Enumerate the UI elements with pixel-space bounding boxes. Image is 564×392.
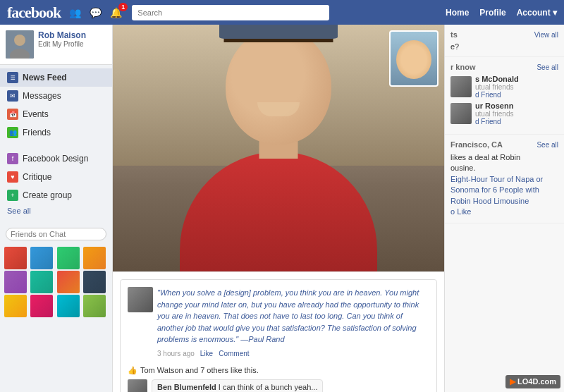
- notification-badge: 1: [118, 3, 128, 11]
- sidebar-nav: ≡ News Feed ✉ Messages 📅 Events 👥 Friend…: [0, 65, 112, 221]
- svg-point-1: [14, 35, 25, 46]
- right-section-title: Francisco, CA: [450, 140, 503, 149]
- see-all-groups[interactable]: See all: [0, 204, 112, 217]
- account-nav-link[interactable]: Account ▾: [517, 8, 557, 18]
- suggested-add[interactable]: d Friend: [475, 118, 513, 125]
- friend-thumb[interactable]: [57, 295, 80, 317]
- right-section-deals: Francisco, CA See all likes a deal at Ro…: [445, 135, 564, 223]
- chat-search-input[interactable]: [11, 230, 102, 238]
- friends-nav-icon[interactable]: 👥: [66, 6, 84, 20]
- search-bar[interactable]: [132, 5, 329, 20]
- post-likes: 👍 Tom Watson and 7 others like this.: [128, 366, 429, 375]
- sidebar-item-label: Events: [23, 109, 49, 119]
- likes-text: Tom Watson and 7 others like this.: [140, 366, 259, 374]
- sidebar-item-messages[interactable]: ✉ Messages: [0, 87, 112, 105]
- critique-icon: ♥: [7, 171, 18, 183]
- profile-edit-link[interactable]: Edit My Profile: [38, 40, 86, 48]
- right-section-header: ts View all: [450, 30, 558, 39]
- sidebar-item-critique[interactable]: ♥ Critique: [0, 168, 112, 186]
- avatar: [6, 30, 34, 59]
- post-quote: "When you solve a [design] problem, you …: [157, 287, 429, 345]
- suggested-name: s McDonald: [475, 75, 519, 83]
- inset-video-face: [396, 40, 431, 79]
- friend-thumb[interactable]: [4, 295, 27, 317]
- groups-title: [0, 142, 112, 149]
- home-nav-link[interactable]: Home: [446, 8, 469, 18]
- commenter-name: Ben Blumenfeld: [157, 383, 216, 391]
- sidebar-item-create-group[interactable]: + Create group: [0, 186, 112, 204]
- right-section-title: ts: [450, 30, 458, 39]
- suggested-mutual: utual friends: [475, 110, 513, 118]
- comment-link[interactable]: Comment: [219, 350, 249, 357]
- suggested-person: s McDonald utual friends d Friend: [450, 75, 558, 99]
- news-feed: "When you solve a [design] problem, you …: [113, 271, 444, 392]
- events-icon: 📅: [7, 109, 18, 120]
- sidebar-item-label: Create group: [23, 190, 72, 200]
- commenter-avatar: [128, 379, 147, 393]
- friend-thumb[interactable]: [30, 295, 53, 317]
- main-content: "When you solve a [design] problem, you …: [113, 25, 444, 392]
- comment-item: Ben Blumenfeld I can think of a bunch ye…: [128, 379, 429, 393]
- sidebar-item-label: Friends: [23, 128, 51, 137]
- right-section-header: Francisco, CA See all: [450, 140, 558, 149]
- nav-right-links: Home Profile Account ▾: [446, 8, 557, 18]
- comment-text: I can think of a bunch yeah...: [219, 383, 318, 391]
- messages-nav-icon[interactable]: 💬: [87, 6, 104, 20]
- right-section-header: r know See all: [450, 63, 558, 71]
- suggested-add[interactable]: d Friend: [475, 91, 519, 99]
- sidebar-item-label: Messages: [23, 91, 61, 101]
- chat-search[interactable]: [6, 228, 106, 240]
- friend-thumb[interactable]: [57, 247, 80, 269]
- sidebar-item-events[interactable]: 📅 Events: [0, 105, 112, 123]
- watermark-icon: ▶: [510, 377, 515, 386]
- profile-info: Rob Maison Edit My Profile: [38, 30, 86, 48]
- messages-icon: ✉: [7, 90, 18, 102]
- sidebar-item-friends[interactable]: 👥 Friends: [0, 123, 112, 142]
- post-card: "When you solve a [design] problem, you …: [120, 279, 437, 392]
- right-question: e?: [450, 42, 558, 51]
- suggested-name: ur Rosenn: [475, 102, 513, 110]
- friend-thumb[interactable]: [57, 271, 80, 293]
- deal-like-link[interactable]: o Like: [450, 207, 471, 216]
- suggested-person: ur Rosenn utual friends d Friend: [450, 102, 558, 125]
- watermark: ▶ LO4D.com: [505, 375, 560, 388]
- suggested-info: ur Rosenn utual friends d Friend: [475, 102, 513, 125]
- sidebar-item-label: News Feed: [23, 73, 67, 82]
- search-input[interactable]: [132, 5, 329, 20]
- friend-thumb[interactable]: [4, 247, 27, 269]
- friend-thumb[interactable]: [4, 271, 27, 293]
- sidebar: Rob Maison Edit My Profile ≡ News Feed ✉…: [0, 25, 113, 392]
- friend-thumbnails: [0, 244, 112, 320]
- friend-thumb[interactable]: [83, 295, 106, 317]
- see-all-deals-link[interactable]: See all: [537, 141, 558, 149]
- deal-text: likes a deal at Robinousine. Eight-Hour …: [450, 152, 558, 217]
- deal-link[interactable]: Eight-Hour Tour of Napa or Sonoma for 6 …: [450, 175, 543, 205]
- friend-thumb[interactable]: [83, 271, 106, 293]
- video-background: [113, 25, 444, 293]
- suggested-avatar: [450, 76, 472, 97]
- suggested-avatar: [450, 103, 472, 124]
- notifications-nav-icon[interactable]: 🔔 1: [107, 6, 125, 20]
- friend-thumb[interactable]: [30, 247, 53, 269]
- right-section-people-you-know: r know See all s McDonald utual friends …: [445, 57, 564, 135]
- like-link[interactable]: Like: [200, 350, 213, 357]
- create-group-icon: +: [7, 190, 18, 201]
- view-all-link[interactable]: View all: [534, 31, 558, 39]
- friend-thumb[interactable]: [30, 271, 53, 293]
- profile-section: Rob Maison Edit My Profile: [0, 25, 112, 65]
- sidebar-item-label: Critique: [23, 172, 51, 182]
- see-all-link[interactable]: See all: [537, 63, 558, 71]
- post-meta: 3 hours ago Like Comment: [157, 350, 429, 357]
- inset-video: [389, 30, 439, 87]
- chat-section: [0, 221, 112, 324]
- comment-bubble: Ben Blumenfeld I can think of a bunch ye…: [152, 379, 323, 393]
- profile-name[interactable]: Rob Maison: [38, 30, 86, 40]
- post-quote-text: "When you solve a [design] problem, you …: [157, 288, 419, 343]
- sidebar-item-newsfeed[interactable]: ≡ News Feed: [0, 68, 112, 87]
- facebook-logo: facebook: [7, 4, 61, 22]
- post-time: 3 hours ago: [157, 350, 195, 357]
- news-feed-icon: ≡: [7, 72, 18, 83]
- sidebar-item-fb-design[interactable]: f Facebook Design: [0, 149, 112, 168]
- profile-nav-link[interactable]: Profile: [479, 8, 505, 18]
- friend-thumb[interactable]: [83, 247, 106, 269]
